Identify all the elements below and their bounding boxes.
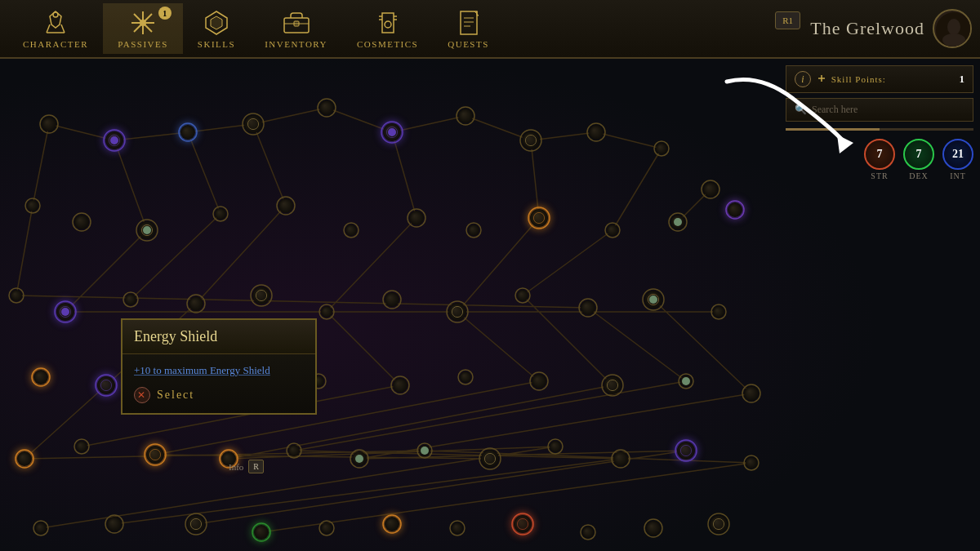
search-slider[interactable] — [786, 128, 973, 131]
nav-label-skills: Skills — [198, 39, 235, 49]
character-portrait — [934, 11, 972, 48]
svg-point-0 — [53, 12, 58, 17]
int-circle: 21 — [942, 139, 973, 170]
search-slider-fill — [786, 128, 880, 131]
right-panel: i Skill Points: 1 🔍 7 STR 7 DEX 21 — [786, 65, 973, 180]
search-bar: 🔍 — [786, 98, 973, 122]
search-input[interactable] — [812, 104, 964, 116]
x-button[interactable]: ✕ — [134, 387, 150, 403]
cosmetics-icon — [373, 8, 403, 38]
svg-rect-3 — [294, 21, 299, 26]
svg-point-6 — [947, 19, 960, 35]
passives-badge: 1 — [158, 7, 172, 20]
nav-item-character[interactable]: Character — [8, 3, 103, 54]
plus-icon — [817, 74, 826, 82]
r-button-small[interactable]: R — [248, 460, 264, 473]
svg-point-4 — [385, 21, 391, 28]
nav-label-quests: Quests — [448, 39, 489, 49]
info-button[interactable]: i — [795, 71, 811, 87]
nav-item-quests[interactable]: Quests — [433, 3, 504, 54]
nav-label-character: Character — [23, 39, 88, 49]
svg-point-7 — [942, 33, 965, 47]
nav-item-passives[interactable]: 1 Passives — [103, 3, 183, 54]
info-r-label: Info R — [229, 460, 264, 473]
tooltip-title: Energy Shield — [122, 320, 315, 354]
tooltip-select-row: ✕ Select — [134, 387, 304, 403]
tooltip-effect: +10 to maximum Energy Shield — [134, 364, 304, 377]
str-circle: 7 — [864, 139, 895, 170]
stats-row: 7 STR 7 DEX 21 INT — [786, 139, 973, 180]
inventory-icon — [282, 8, 311, 38]
int-label: INT — [950, 171, 966, 180]
skill-points-bar: i Skill Points: 1 — [786, 65, 973, 93]
dex-label: DEX — [909, 171, 929, 180]
skill-tree-canvas — [0, 59, 768, 551]
quests-icon — [454, 8, 483, 38]
skills-icon — [202, 8, 231, 38]
tooltip-body: +10 to maximum Energy Shield ✕ Select — [122, 354, 315, 413]
skill-points-label: Skill Points: — [817, 74, 953, 84]
stat-dex: 7 DEX — [903, 139, 934, 180]
nav-item-cosmetics[interactable]: Cosmetics — [342, 3, 433, 54]
str-label: STR — [871, 171, 888, 180]
passives-icon — [128, 8, 158, 38]
nav-item-skills[interactable]: Skills — [183, 3, 250, 54]
character-icon — [41, 8, 70, 38]
nav-label-inventory: Inventory — [265, 39, 327, 49]
area-name: The Grelwood — [810, 18, 924, 39]
top-navigation: Character 1 Passives Skills — [0, 0, 980, 59]
search-icon: 🔍 — [795, 104, 807, 116]
nav-label-passives: Passives — [118, 39, 168, 49]
nav-item-inventory[interactable]: Inventory — [250, 3, 342, 54]
nav-label-cosmetics: Cosmetics — [357, 39, 418, 49]
skill-points-value: 1 — [960, 73, 965, 86]
svg-point-1 — [140, 20, 146, 26]
select-label[interactable]: Select — [157, 389, 194, 402]
tooltip-panel: Energy Shield +10 to maximum Energy Shie… — [121, 318, 317, 415]
r1-button[interactable]: R1 — [775, 11, 800, 29]
stat-int: 21 INT — [942, 139, 973, 180]
dex-circle: 7 — [903, 139, 934, 170]
stat-str: 7 STR — [864, 139, 895, 180]
